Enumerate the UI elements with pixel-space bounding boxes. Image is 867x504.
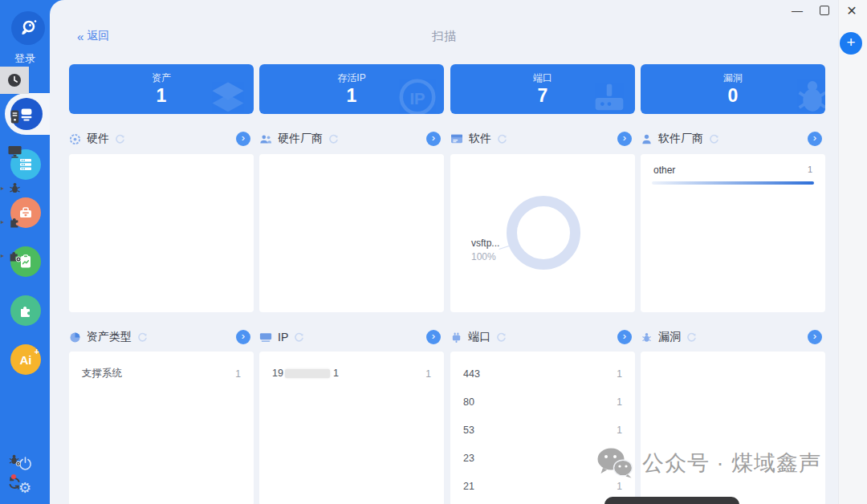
add-task-button[interactable]: +: [840, 32, 862, 55]
refresh-icon[interactable]: [137, 332, 148, 343]
rail-item-host[interactable]: [0, 107, 29, 126]
rail-item-plugin-settings[interactable]: ▸: [0, 246, 29, 265]
panel-software-vendor-bar: other 1: [641, 154, 825, 312]
software-window-icon: [450, 133, 463, 144]
router-icon: [588, 77, 630, 114]
maximize-icon: [820, 6, 829, 15]
ai-label: Ai+: [20, 353, 32, 367]
list-item[interactable]: 53 1: [450, 416, 635, 444]
donut-percent: 100%: [471, 251, 496, 262]
refresh-icon[interactable]: [709, 134, 719, 144]
right-toolbar: [838, 0, 867, 504]
clock-icon: [6, 72, 22, 88]
refresh-icon[interactable]: [294, 332, 304, 343]
plus-icon: +: [846, 34, 855, 51]
login-label[interactable]: 登录: [0, 51, 50, 66]
refresh-icon[interactable]: [496, 332, 507, 343]
sidebar-item-ai[interactable]: Ai+: [10, 344, 41, 375]
host-server-icon: [9, 109, 21, 124]
panel-hardware-empty: [69, 154, 254, 312]
ai-plus-badge: +: [35, 348, 39, 356]
redaction-blur: [285, 369, 330, 378]
layers-icon: [207, 77, 249, 114]
stat-card-alive-ip[interactable]: 存活IP 1 IP: [259, 64, 444, 114]
list-item-value: 1: [235, 368, 241, 380]
donut-chart[interactable]: [507, 196, 580, 270]
window-controls: — ✕: [790, 3, 859, 18]
panel-expand-button[interactable]: ›: [808, 132, 822, 146]
panel-header-vulns: 漏洞 ›: [641, 327, 825, 347]
refresh-icon[interactable]: [115, 134, 125, 144]
panel-header-software: 软件 ›: [450, 129, 635, 148]
list-item[interactable]: 支撑系统 1: [69, 360, 254, 388]
refresh-icon[interactable]: [686, 332, 697, 343]
bug-gear-icon: [8, 453, 22, 467]
rail-item-vuln-scan[interactable]: ▸: [0, 178, 29, 197]
panel-title: 硬件厂商: [278, 132, 323, 146]
stat-card-assets[interactable]: 资产 1: [69, 64, 254, 114]
stat-card-ports[interactable]: 端口 7: [450, 64, 635, 114]
collapse-arrow-icon: ▸: [1, 252, 4, 259]
list-item-value: 1: [617, 368, 622, 380]
panel-software-donut: vsftp... 100%: [450, 154, 635, 312]
ip-icon: IP: [396, 75, 439, 114]
list-item[interactable]: 443 1: [450, 360, 635, 388]
panel-header-software-vendor: 软件厂商 ›: [641, 129, 825, 148]
panel-expand-button[interactable]: ›: [236, 330, 250, 344]
collapse-arrow-icon: ▸: [1, 185, 4, 192]
list-item[interactable]: 80 1: [450, 388, 635, 416]
refresh-icon[interactable]: [497, 134, 507, 144]
list-item[interactable]: 191 1: [259, 360, 444, 388]
puzzle-icon: [8, 215, 22, 229]
collapse-arrow-icon: ▸: [1, 218, 4, 226]
panel-title: IP: [278, 331, 288, 343]
bug-small-icon: [641, 331, 653, 343]
panel-vulns-empty: [641, 352, 825, 504]
list-item-label: 支撑系统: [82, 367, 122, 380]
donut-label: vsftp...: [471, 238, 499, 249]
app-logo[interactable]: [11, 11, 45, 45]
rail-item-history-active[interactable]: [0, 67, 29, 94]
list-item-value: 1: [617, 453, 622, 464]
horizontal-bar[interactable]: [652, 181, 814, 185]
panel-header-ports: 端口 ›: [450, 327, 635, 347]
people-icon: [259, 133, 272, 145]
sidebar-item-plugins[interactable]: [10, 295, 41, 326]
close-button[interactable]: ✕: [845, 3, 859, 18]
ip-address-redacted: 191: [272, 368, 339, 379]
panel-asset-type-list: 支撑系统 1: [69, 352, 254, 504]
refresh-icon[interactable]: [328, 134, 339, 144]
stat-card-vulns[interactable]: 漏洞 0: [641, 64, 825, 114]
list-item-label: 21: [463, 481, 474, 492]
rail-item-bug-tools[interactable]: [0, 450, 29, 469]
rail-item-monitor[interactable]: [0, 142, 29, 161]
panel-title: 软件: [469, 132, 491, 146]
list-item-value: 1: [617, 396, 622, 408]
panel-title: 硬件: [87, 132, 109, 146]
panel-expand-button[interactable]: ›: [808, 330, 822, 344]
puzzle-icon: [18, 303, 34, 319]
svg-text:IP: IP: [409, 90, 425, 108]
maximize-button[interactable]: [817, 3, 832, 18]
monitor-icon: [7, 144, 22, 159]
panel-header-hardware-vendor: 硬件厂商 ›: [259, 129, 444, 148]
panel-expand-button[interactable]: ›: [617, 132, 632, 146]
panel-header-hardware: 硬件 ›: [69, 129, 254, 148]
panel-header-asset-type: 资产类型 ›: [69, 327, 254, 347]
panel-expand-button[interactable]: ›: [236, 132, 250, 146]
ip-card-icon: [259, 332, 272, 343]
list-item-label: 80: [463, 396, 474, 408]
minimize-button[interactable]: —: [790, 3, 804, 18]
panel-hardware-vendor-empty: [259, 154, 444, 312]
puzzle-gear-icon: [8, 249, 22, 262]
pie-icon: [69, 331, 81, 343]
list-item[interactable]: 23 1: [450, 444, 635, 472]
rail-item-refresh[interactable]: [0, 474, 29, 493]
rail-item-plugins[interactable]: ▸: [0, 212, 29, 231]
hardware-chip-icon: [69, 133, 81, 145]
panel-expand-button[interactable]: ›: [617, 330, 632, 344]
panel-expand-button[interactable]: ›: [426, 330, 441, 344]
list-item[interactable]: 21 1: [450, 472, 635, 500]
person-icon: [641, 133, 653, 145]
panel-expand-button[interactable]: ›: [426, 132, 441, 146]
